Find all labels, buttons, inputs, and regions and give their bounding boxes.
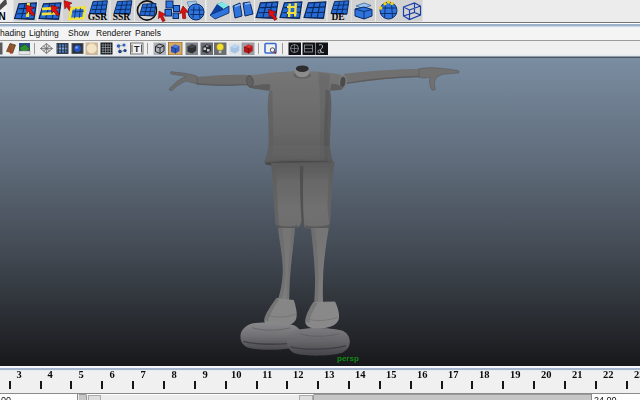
svg-text:GSR: GSR: [88, 12, 108, 22]
svg-text:N: N: [0, 11, 6, 22]
svg-text:SSR: SSR: [113, 12, 131, 22]
svg-text:DE: DE: [332, 12, 345, 22]
svg-text:persp: persp: [337, 354, 359, 363]
svg-text:T: T: [134, 44, 140, 54]
